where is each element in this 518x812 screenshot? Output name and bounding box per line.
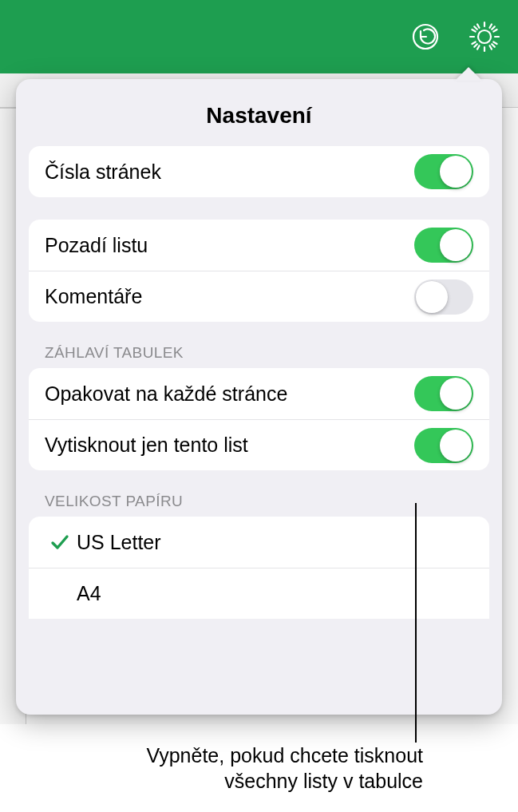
paper-size-a4[interactable]: A4: [29, 568, 489, 619]
callout-line2: všechny listy v tabulce: [224, 770, 423, 792]
toggle-repeat-headers[interactable]: [414, 376, 473, 411]
row-page-numbers[interactable]: Čísla stránek: [29, 146, 489, 197]
svg-line-16: [472, 30, 475, 32]
popover-title: Nastavení: [16, 87, 502, 146]
settings-group-general-1: Čísla stránek: [29, 146, 489, 197]
svg-line-6: [474, 26, 477, 30]
settings-button[interactable]: [465, 18, 504, 56]
row-label: Komentáře: [45, 285, 142, 308]
callout-leader-line: [415, 503, 417, 743]
settings-group-general-2: Pozadí listu Komentáře: [29, 220, 489, 322]
toggle-sheet-background[interactable]: [414, 228, 473, 263]
svg-line-15: [472, 42, 475, 45]
svg-point-1: [478, 30, 491, 43]
svg-line-17: [477, 24, 480, 27]
callout-line1: Vypněte, pokud chcete tisknout: [146, 744, 423, 766]
svg-line-9: [492, 26, 495, 30]
paper-size-us-letter[interactable]: US Letter: [29, 517, 489, 568]
toggle-page-numbers[interactable]: [414, 154, 473, 189]
row-label: Pozadí listu: [45, 234, 148, 257]
section-header-paper-size: VELIKOST PAPÍRU: [45, 493, 473, 510]
section-header-table-headers: ZÁHLAVÍ TABULEK: [45, 344, 473, 362]
popover-arrow: [455, 67, 482, 81]
undo-button[interactable]: [406, 18, 445, 56]
gear-icon: [468, 20, 501, 53]
row-print-this-sheet[interactable]: Vytisknout jen tento list: [29, 419, 489, 470]
callout-text: Vypněte, pokud chcete tisknout všechny l…: [48, 743, 423, 794]
svg-line-14: [477, 46, 480, 49]
svg-line-11: [493, 30, 496, 32]
svg-line-10: [490, 24, 492, 27]
undo-icon: [409, 21, 441, 53]
settings-group-paper-size: US Letter A4: [29, 517, 489, 619]
settings-popover: Nastavení Čísla stránek Pozadí listu Kom…: [16, 79, 502, 715]
row-sheet-background[interactable]: Pozadí listu: [29, 220, 489, 271]
checkmark-icon: [43, 532, 77, 553]
svg-line-8: [474, 44, 477, 47]
paper-size-label: A4: [77, 582, 101, 605]
toolbar: [0, 0, 518, 73]
toggle-comments[interactable]: [414, 279, 473, 315]
paper-size-label: US Letter: [77, 531, 161, 554]
settings-group-table-headers: Opakovat na každé stránce Vytisknout jen…: [29, 368, 489, 470]
row-repeat-headers[interactable]: Opakovat na každé stránce: [29, 368, 489, 419]
row-comments[interactable]: Komentáře: [29, 271, 489, 322]
toggle-print-this-sheet[interactable]: [414, 428, 473, 463]
checkmark-icon: [43, 584, 77, 604]
row-label: Opakovat na každé stránce: [45, 382, 287, 406]
svg-line-12: [493, 42, 496, 45]
row-label: Vytisknout jen tento list: [45, 434, 248, 457]
svg-line-7: [492, 44, 495, 47]
row-label: Čísla stránek: [45, 160, 161, 184]
svg-line-13: [490, 46, 492, 49]
